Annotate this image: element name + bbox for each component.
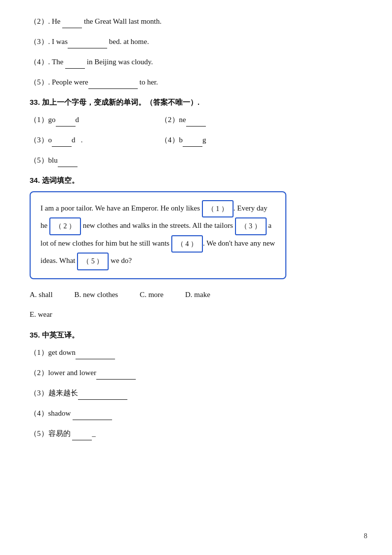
blank-32-5	[88, 88, 138, 89]
q34-options-abcd: A. shall B. new clothes C. more D. make	[30, 287, 362, 302]
q32-item-3: （3）. I was bed. at home.	[30, 35, 362, 48]
blank-32-3	[68, 48, 107, 48]
passage-text-1: I am a poor tailor. We have an Emperor. …	[40, 204, 202, 212]
q33-item-4: （4）bg	[160, 133, 276, 147]
fill-blank-1: （ 1 ）	[202, 200, 234, 217]
blank-32-2	[62, 28, 82, 28]
blank-35-5a	[72, 440, 92, 440]
blank-33-2	[186, 126, 206, 127]
q33-item-2: （2）ne	[160, 113, 276, 127]
page-number: 8	[364, 532, 367, 540]
q33-title: 33. 加上一个字母，变成新的单词。（答案不唯一）.	[30, 98, 362, 107]
q35-item-4: （4）shadow	[30, 407, 362, 420]
fill-blank-4: （ 4 ）	[171, 235, 203, 253]
blank-32-4	[65, 68, 85, 69]
q34-title: 34. 选词填空。	[30, 176, 362, 185]
fill-blank-3: （ 3 ）	[235, 217, 267, 235]
blank-35-4	[73, 420, 112, 420]
fill-blank-2: （ 2 ）	[49, 217, 81, 235]
passage-text-3: new clothes and walks in the streets. Al…	[81, 222, 235, 230]
blank-33-5	[58, 167, 78, 167]
blank-33-1	[56, 126, 76, 127]
option-a: A. shall	[30, 287, 53, 302]
blank-33-4	[183, 146, 202, 147]
blank-35-1	[76, 359, 115, 359]
blank-33-3	[52, 146, 72, 147]
q32-item-5: （5）. People were to her.	[30, 76, 362, 89]
q35-title: 35. 中英互译。	[30, 331, 362, 340]
option-d: D. make	[185, 287, 210, 302]
q33-item-1: （1）god	[30, 113, 146, 127]
passage-text-6: we do?	[109, 256, 132, 264]
q33-item-3: （3）od .	[30, 133, 146, 147]
q32-item-2: （2）. He the Great Wall last month.	[30, 15, 362, 28]
q35-item-2: （2）lower and lower	[30, 366, 362, 380]
q34-option-e: E. wear	[30, 307, 362, 322]
option-e: E. wear	[30, 307, 52, 322]
option-b: B. new clothes	[74, 287, 118, 302]
q33-item-5: （5）blu	[30, 154, 362, 167]
q35-item-3: （3）越来越长	[30, 386, 362, 400]
q34-passage-box: I am a poor tailor. We have an Emperor. …	[30, 191, 286, 279]
blank-35-3	[78, 399, 127, 400]
blank-35-2	[96, 379, 136, 380]
option-c: C. more	[140, 287, 163, 302]
fill-blank-5: （ 5 ）	[77, 253, 109, 270]
q35-item-5: （5）容易的 _	[30, 427, 362, 440]
q32-item-4: （4）. The in Beijing was cloudy.	[30, 55, 362, 69]
q35-item-1: （1）get down	[30, 346, 362, 359]
